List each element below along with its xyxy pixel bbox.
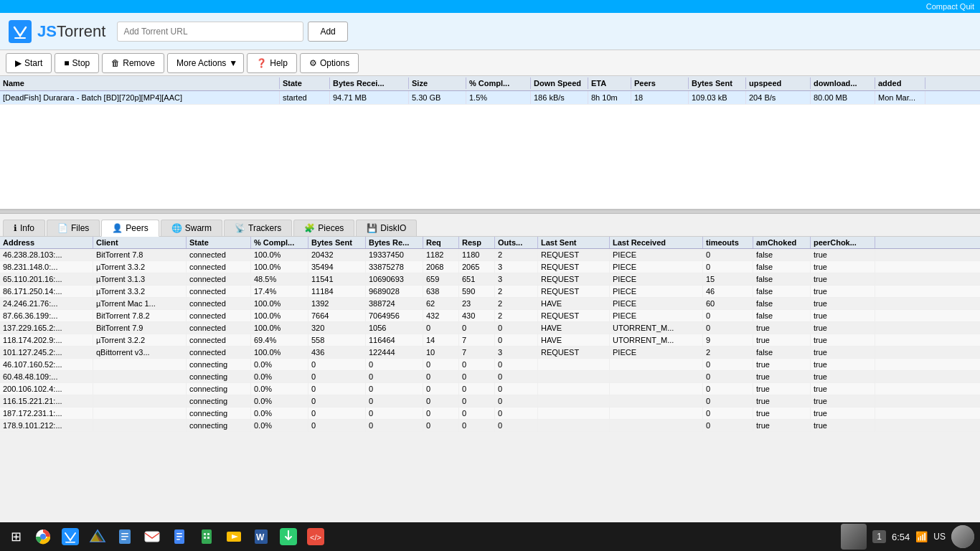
col-download[interactable]: download... bbox=[811, 77, 875, 89]
table-row[interactable]: 87.66.36.199:...BitTorrent 7.8.2connecte… bbox=[0, 310, 980, 322]
pieces-icon: 🧩 bbox=[304, 223, 315, 233]
more-actions-button[interactable]: More Actions ▼ bbox=[167, 53, 244, 73]
stop-button[interactable]: ■ Stop bbox=[55, 53, 99, 73]
tab-peers[interactable]: 👤 Peers bbox=[101, 220, 159, 237]
peer-cell-8: 2 bbox=[495, 310, 538, 321]
remove-button[interactable]: 🗑 Remove bbox=[102, 53, 164, 73]
table-row[interactable]: 116.15.221.21:...connecting0.0%000000tru… bbox=[0, 395, 980, 408]
peer-cell-11: 0 bbox=[703, 408, 753, 419]
peer-cell-9: REQUEST bbox=[538, 347, 610, 358]
table-row[interactable]: 187.172.231.1:...connecting0.0%000000tru… bbox=[0, 408, 980, 420]
taskbar-chrome-icon[interactable] bbox=[30, 524, 56, 550]
col-state[interactable]: State bbox=[280, 77, 330, 89]
col-added[interactable]: added bbox=[875, 77, 925, 89]
peer-cell-9: REQUEST bbox=[538, 310, 610, 321]
peer-cell-3: 0.0% bbox=[251, 395, 308, 407]
peer-cell-9: HAVE bbox=[538, 298, 610, 309]
notification-badge[interactable]: 1 bbox=[872, 530, 886, 543]
ph-state[interactable]: State bbox=[187, 237, 251, 248]
ph-last-sent[interactable]: Last Sent bbox=[538, 237, 610, 248]
ph-resp[interactable]: Resp bbox=[459, 237, 495, 248]
ph-percent[interactable]: % Compl... bbox=[251, 237, 308, 248]
ph-bytes-sent[interactable]: Bytes Sent bbox=[308, 237, 366, 248]
svg-rect-14 bbox=[176, 533, 182, 534]
taskbar-sheets-icon[interactable] bbox=[194, 524, 220, 550]
table-row[interactable]: 46.238.28.103:...BitTorrent 7.8connected… bbox=[0, 249, 980, 261]
col-bytes-sent[interactable]: Bytes Sent bbox=[689, 77, 746, 89]
table-row[interactable]: 46.107.160.52:...connecting0.0%000000tru… bbox=[0, 359, 980, 371]
ph-outs[interactable]: Outs... bbox=[495, 237, 538, 248]
table-row[interactable]: 65.110.201.16:...µTorrent 3.1.3connected… bbox=[0, 273, 980, 286]
user-avatar[interactable] bbox=[951, 525, 974, 548]
col-eta[interactable]: ETA bbox=[588, 77, 631, 89]
options-button[interactable]: ⚙ Options bbox=[300, 53, 359, 73]
ph-timeouts[interactable]: timeouts bbox=[703, 237, 753, 248]
peer-cell-10: UTORRENT_M... bbox=[610, 334, 703, 346]
table-row[interactable]: 98.231.148.0:...µTorrent 3.3.2connected1… bbox=[0, 261, 980, 273]
avatar-thumbnail[interactable] bbox=[841, 524, 867, 550]
peer-cell-4: 35494 bbox=[308, 261, 366, 273]
taskbar-drive-icon[interactable] bbox=[85, 524, 110, 550]
peer-cell-8: 0 bbox=[495, 322, 538, 334]
ph-address[interactable]: Address bbox=[0, 237, 93, 248]
col-bytes-recv[interactable]: Bytes Recei... bbox=[330, 77, 409, 89]
ph-last-received[interactable]: Last Received bbox=[610, 237, 703, 248]
tab-diskio[interactable]: 💾 DiskIO bbox=[356, 220, 417, 236]
table-row[interactable]: 101.127.245.2:...qBittorrent v3...connec… bbox=[0, 347, 980, 359]
torrent-bytes-sent: 109.03 kB bbox=[689, 91, 746, 104]
peer-cell-8: 3 bbox=[495, 273, 538, 285]
taskbar-jstorrent-icon[interactable] bbox=[57, 524, 83, 550]
col-percent[interactable]: % Compl... bbox=[466, 77, 531, 89]
table-row[interactable]: [DeadFish] Durarara - Batch [BD][720p][M… bbox=[0, 91, 980, 105]
peer-cell-1 bbox=[93, 420, 187, 431]
taskbar-slides-icon[interactable] bbox=[221, 524, 247, 550]
col-name[interactable]: Name bbox=[0, 77, 280, 89]
peer-cell-2: connecting bbox=[187, 408, 251, 419]
taskbar-files-icon[interactable] bbox=[112, 524, 138, 550]
table-row[interactable]: 200.106.102.4:...connecting0.0%000000tru… bbox=[0, 383, 980, 395]
tab-swarm[interactable]: 🌐 Swarm bbox=[161, 220, 222, 236]
table-row[interactable]: 24.246.21.76:...µTorrent Mac 1...connect… bbox=[0, 298, 980, 310]
taskbar-code-icon[interactable]: </> bbox=[303, 524, 329, 550]
peer-cell-7: 0 bbox=[459, 322, 495, 334]
gear-icon: ⚙ bbox=[309, 58, 317, 68]
tab-pieces[interactable]: 🧩 Pieces bbox=[293, 220, 354, 236]
add-button[interactable]: Add bbox=[308, 22, 347, 42]
table-row[interactable]: 60.48.48.109:...connecting0.0%000000true… bbox=[0, 371, 980, 383]
taskbar-word-icon[interactable]: W bbox=[248, 524, 274, 550]
help-button[interactable]: ❓ Help bbox=[247, 53, 297, 73]
peer-cell-12: false bbox=[753, 273, 811, 285]
peer-cell-2: connected bbox=[187, 310, 251, 321]
compact-quit-label[interactable]: Compact Quit bbox=[926, 2, 974, 11]
peer-cell-7: 23 bbox=[459, 298, 495, 309]
col-down-speed[interactable]: Down Speed bbox=[531, 77, 588, 89]
peer-cell-10 bbox=[610, 359, 703, 370]
taskbar-docs-icon[interactable] bbox=[166, 524, 192, 550]
tab-files[interactable]: 📄 Files bbox=[47, 220, 100, 236]
col-upspeed[interactable]: upspeed bbox=[746, 77, 811, 89]
taskbar-grid-icon[interactable]: ⊞ bbox=[3, 524, 29, 550]
table-row[interactable]: 86.171.250.14:...µTorrent 3.3.2connected… bbox=[0, 286, 980, 298]
svg-rect-12 bbox=[145, 532, 159, 542]
peer-cell-8: 0 bbox=[495, 408, 538, 419]
ph-bytes-re[interactable]: Bytes Re... bbox=[366, 237, 423, 248]
table-row[interactable]: 178.9.101.212:...connecting0.0%000000tru… bbox=[0, 420, 980, 432]
peer-cell-11: 0 bbox=[703, 249, 753, 260]
tab-trackers[interactable]: 📡 Trackers bbox=[224, 220, 292, 236]
ph-peerchok[interactable]: peerChok... bbox=[811, 237, 875, 248]
col-size[interactable]: Size bbox=[409, 77, 466, 89]
col-peers[interactable]: Peers bbox=[631, 77, 689, 89]
url-input[interactable] bbox=[117, 22, 303, 42]
taskbar-gmail-icon[interactable] bbox=[139, 524, 165, 550]
ph-amchoked[interactable]: amChoked bbox=[753, 237, 811, 248]
ph-client[interactable]: Client bbox=[93, 237, 187, 248]
tab-info[interactable]: ℹ Info bbox=[3, 220, 45, 236]
table-row[interactable]: 137.229.165.2:...BitTorrent 7.9connected… bbox=[0, 322, 980, 334]
taskbar-torrent-app-icon[interactable] bbox=[275, 524, 301, 550]
table-row[interactable]: 118.174.202.9:...µTorrent 3.2.2connected… bbox=[0, 334, 980, 347]
start-button[interactable]: ▶ Start bbox=[6, 53, 52, 73]
svg-rect-1 bbox=[14, 37, 26, 39]
peer-cell-3: 17.4% bbox=[251, 286, 308, 297]
peer-cell-9: HAVE bbox=[538, 322, 610, 334]
ph-req[interactable]: Req bbox=[423, 237, 459, 248]
